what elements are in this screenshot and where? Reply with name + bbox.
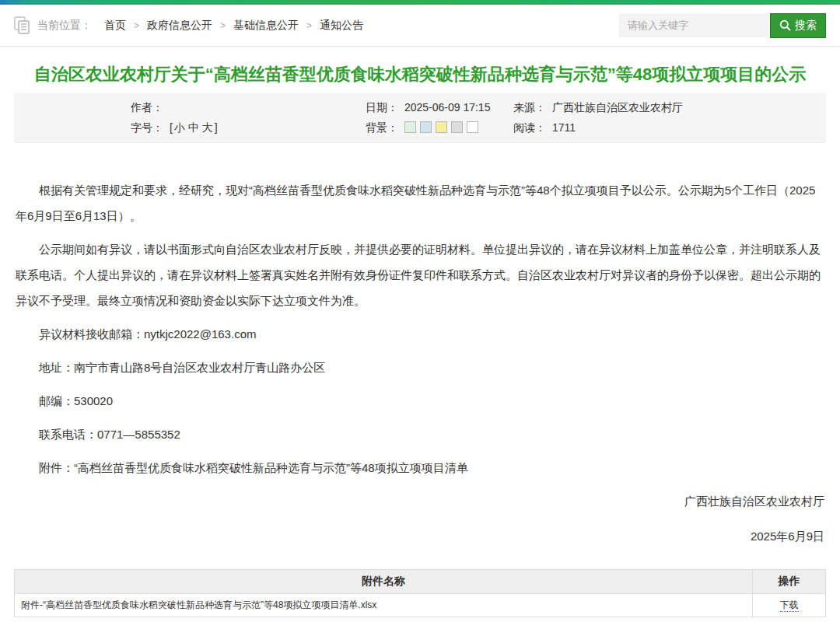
date-value: 2025-06-09 17:15: [404, 101, 491, 114]
attachments-header-row: 附件名称 操作: [15, 570, 826, 594]
attachments-header-action: 操作: [753, 570, 826, 594]
breadcrumb-item-home[interactable]: 首页: [104, 19, 126, 33]
meta-fontsize: 字号： [小中大]: [131, 118, 366, 137]
breadcrumb-item-notices[interactable]: 通知公告: [320, 19, 363, 33]
search-button[interactable]: 搜索: [770, 13, 826, 38]
meta-views: 阅读： 1711: [513, 118, 826, 137]
breadcrumb-item-basic-info[interactable]: 基础信息公开: [233, 19, 299, 33]
bg-swatch-white[interactable]: [467, 121, 478, 133]
fontsize-bracket-close: ]: [215, 121, 218, 134]
bg-swatch-green[interactable]: [404, 121, 416, 133]
author-label: 作者：: [131, 101, 163, 114]
signature-date: 2025年6月9日: [16, 523, 824, 549]
breadcrumb-separator: >: [220, 20, 226, 31]
meta-background: 背景：: [366, 118, 513, 137]
views-label: 阅读：: [513, 121, 546, 134]
signature-org: 广西壮族自治区农业农村厅: [16, 488, 824, 514]
breadcrumb-item-gov-info[interactable]: 政府信息公开: [147, 19, 212, 33]
source-value: 广西壮族自治区农业农村厅: [552, 101, 683, 114]
meta-author: 作者：: [131, 98, 366, 117]
breadcrumb-label: 当前位置：: [37, 19, 92, 33]
paragraph-phone: 联系电话：0771—5855352: [16, 421, 824, 447]
signature-block: 广西壮族自治区农业农村厅 2025年6月9日: [0, 488, 840, 549]
bg-swatch-blue[interactable]: [420, 121, 432, 133]
article-body: 根据有关管理规定和要求，经研究，现对“高档丝苗香型优质食味水稻突破性新品种选育与…: [0, 143, 840, 480]
search-box: 搜索: [619, 13, 826, 38]
meta-date: 日期： 2025-06-09 17:15: [366, 98, 513, 117]
attachments-header-name: 附件名称: [15, 570, 753, 594]
table-row: 附件-“高档丝苗香型优质食味水稻突破性新品种选育与示范”等48项拟立项项目清单.…: [15, 594, 826, 617]
fontsize-medium[interactable]: 中: [188, 121, 199, 134]
views-value: 1711: [552, 121, 576, 134]
page-title: 自治区农业农村厅关于“高档丝苗香型优质食味水稻突破性新品种选育与示范”等48项拟…: [23, 62, 817, 86]
bg-swatch-yellow[interactable]: [436, 121, 447, 133]
search-input[interactable]: [619, 14, 768, 37]
download-link[interactable]: 下载: [780, 599, 799, 612]
paragraph-objection: 公示期间如有异议，请以书面形式向自治区农业农村厅反映，并提供必要的证明材料。单位…: [16, 236, 824, 313]
paragraph-address: 地址：南宁市青山路8号自治区农业农村厅青山路办公区: [16, 355, 824, 380]
date-label: 日期：: [366, 101, 398, 114]
breadcrumb: 当前位置： 首页 > 政府信息公开 > 基础信息公开 > 通知公告 搜索: [0, 5, 840, 47]
fontsize-bracket-open: [: [170, 121, 173, 134]
attachments-table: 附件名称 操作 附件-“高档丝苗香型优质食味水稻突破性新品种选育与示范”等48项…: [14, 569, 826, 617]
paragraph-attachment: 附件：“高档丝苗香型优质食味水稻突破性新品种选育与示范”等48项拟立项项目清单: [16, 455, 824, 480]
article-meta-bar: 作者： 日期： 2025-06-09 17:15 来源： 广西壮族自治区农业农村…: [14, 93, 826, 143]
attachment-file-name: 附件-“高档丝苗香型优质食味水稻突破性新品种选育与示范”等48项拟立项项目清单.…: [15, 594, 753, 617]
search-icon: [779, 19, 791, 31]
paragraph-zipcode: 邮编：530020: [16, 388, 824, 414]
paragraph-email: 异议材料接收邮箱：nytkjc2022@163.com: [16, 321, 824, 347]
paragraph-intro: 根据有关管理规定和要求，经研究，现对“高档丝苗香型优质食味水稻突破性新品种选育与…: [16, 177, 824, 229]
breadcrumb-separator: >: [134, 20, 139, 31]
documents-icon: [14, 16, 31, 35]
fontsize-large[interactable]: 大: [202, 121, 213, 134]
attachment-action-cell: 下载: [753, 594, 826, 617]
fontsize-label: 字号：: [131, 121, 163, 134]
background-label: 背景：: [366, 121, 398, 134]
breadcrumb-separator: >: [306, 20, 312, 31]
fontsize-small[interactable]: 小: [174, 121, 185, 134]
source-label: 来源：: [513, 101, 546, 114]
meta-source: 来源： 广西壮族自治区农业农村厅: [513, 98, 826, 117]
search-button-label: 搜索: [795, 19, 817, 33]
bg-swatch-gray[interactable]: [451, 121, 463, 133]
